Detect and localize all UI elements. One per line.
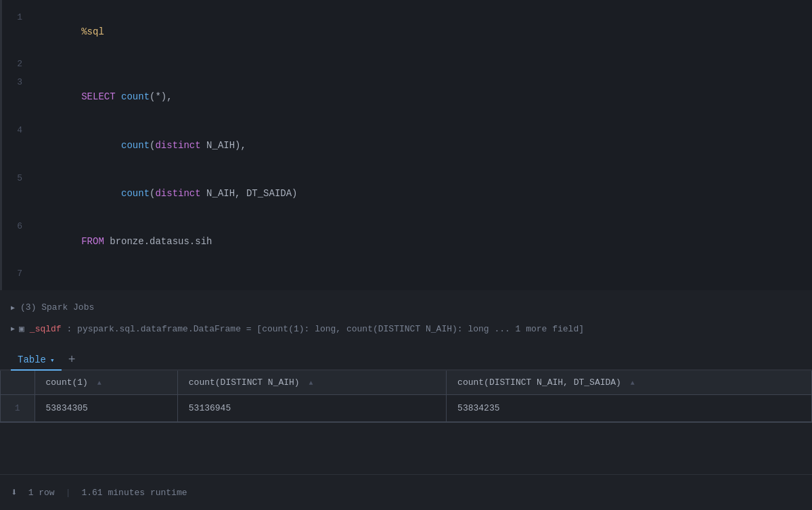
naih-dtsaida-arg: N_AIH, DT_SAIDA) [201, 188, 298, 199]
footer: ⬇ 1 row | 1.61 minutes runtime [0, 474, 812, 510]
output-section: ▶ (3) Spark Jobs ▶ ▣ _sqldf : pyspark.sq… [0, 290, 812, 346]
notebook-container: 1 %sql 2 3 SELECT count(*), 4 count(dist… [0, 0, 812, 510]
line-number-3: 3 [2, 76, 36, 90]
code-content-6: FROM bronze.datasus.sih [36, 218, 812, 264]
table-row: 1 53834305 53136945 53834235 [1, 395, 811, 422]
func-count-distinct-2: count [121, 188, 150, 199]
sqldf-table-icon: ▣ [19, 323, 24, 334]
line-number-4: 4 [2, 124, 36, 138]
download-icon[interactable]: ⬇ [11, 486, 18, 499]
runtime-label: 1.61 minutes runtime [81, 488, 187, 498]
col-count-distinct-naih-dtsaida-label: count(DISTINCT N_AIH, DT_SAIDA) [457, 377, 621, 388]
tab-dropdown-icon[interactable]: ▾ [50, 356, 55, 365]
sort-arrow-count1-icon[interactable]: ▲ [97, 379, 102, 387]
cell-count-distinct-naih-1: 53136945 [177, 395, 446, 422]
keyword-select: SELECT [81, 91, 121, 102]
code-content-5: count(distinct N_AIH, DT_SAIDA) [36, 170, 812, 216]
table-header-row: count(1) ▲ count(DISTINCT N_AIH) ▲ count… [1, 371, 811, 395]
keyword-distinct: distinct [155, 140, 200, 151]
tab-table[interactable]: Table ▾ [11, 350, 62, 371]
code-content-1: %sql [36, 9, 812, 55]
results-table: count(1) ▲ count(DISTINCT N_AIH) ▲ count… [1, 371, 811, 422]
code-text: (*), [150, 91, 173, 102]
data-table-container: count(1) ▲ count(DISTINCT N_AIH) ▲ count… [0, 371, 812, 423]
sort-arrow-count-distinct-naih-icon[interactable]: ▲ [309, 379, 313, 387]
code-line-6: 6 FROM bronze.datasus.sih [2, 217, 812, 265]
code-line-1: 1 %sql [2, 8, 812, 56]
code-line-5: 5 count(distinct N_AIH, DT_SAIDA) [2, 169, 812, 217]
col-header-count1: count(1) ▲ [35, 371, 177, 395]
cell-count1-1: 53834305 [35, 395, 177, 422]
spark-jobs-row[interactable]: ▶ (3) Spark Jobs [11, 297, 801, 318]
tab-add-button[interactable]: + [64, 352, 80, 367]
code-content-4: count(distinct N_AIH), [36, 122, 812, 168]
col-header-rownum [1, 371, 35, 395]
code-content-3: SELECT count(*), [36, 74, 812, 120]
footer-separator: | [66, 488, 71, 498]
sqldf-content: _sqldf : pyspark.sql.dataframe.DataFrame… [30, 324, 584, 334]
indent-spaces [81, 140, 121, 151]
sqldf-row[interactable]: ▶ ▣ _sqldf : pyspark.sql.dataframe.DataF… [11, 318, 801, 340]
code-editor: 1 %sql 2 3 SELECT count(*), 4 count(dist… [0, 0, 812, 290]
keyword-from: FROM [81, 236, 110, 247]
cell-rownum-1: 1 [1, 395, 35, 422]
indent-spaces-5 [81, 188, 121, 199]
line-number-6: 6 [2, 220, 36, 234]
table-name: bronze.datasus.sih [110, 236, 212, 247]
code-line-4: 4 count(distinct N_AIH), [2, 121, 812, 169]
cell-count-distinct-naih-dtsaida-1: 53834235 [447, 395, 811, 422]
line-number-5: 5 [2, 172, 36, 186]
sqldf-colon: : [66, 324, 77, 334]
keyword-distinct-2: distinct [155, 188, 200, 199]
tab-bar: Table ▾ + [0, 346, 812, 371]
naih-arg: N_AIH), [201, 140, 246, 151]
sort-arrow-count-distinct-dtsaida-icon[interactable]: ▲ [631, 379, 635, 387]
sqldf-varname: _sqldf [30, 324, 62, 334]
col-header-count-distinct-naih-dtsaida: count(DISTINCT N_AIH, DT_SAIDA) ▲ [447, 371, 811, 395]
line-number-2: 2 [2, 57, 36, 72]
code-magic: %sql [81, 26, 104, 37]
sqldf-arrow-icon: ▶ [11, 325, 15, 333]
code-line-3: 3 SELECT count(*), [2, 73, 812, 121]
col-count1-label: count(1) [46, 377, 88, 388]
line-number-7: 7 [2, 267, 36, 281]
row-count-label: 1 row [28, 488, 55, 498]
line-number-1: 1 [2, 11, 36, 25]
spark-jobs-label: (3) Spark Jobs [20, 302, 94, 312]
tab-table-label: Table [18, 354, 46, 365]
func-count: count [121, 91, 150, 102]
sqldf-type-info: pyspark.sql.dataframe.DataFrame = [count… [77, 324, 584, 334]
spark-jobs-arrow-icon: ▶ [11, 304, 15, 312]
code-line-7: 7 [2, 266, 812, 283]
func-count-distinct: count [121, 140, 150, 151]
col-count-distinct-naih-label: count(DISTINCT N_AIH) [189, 377, 300, 388]
code-line-2: 2 [2, 56, 812, 73]
col-header-count-distinct-naih: count(DISTINCT N_AIH) ▲ [177, 371, 446, 395]
